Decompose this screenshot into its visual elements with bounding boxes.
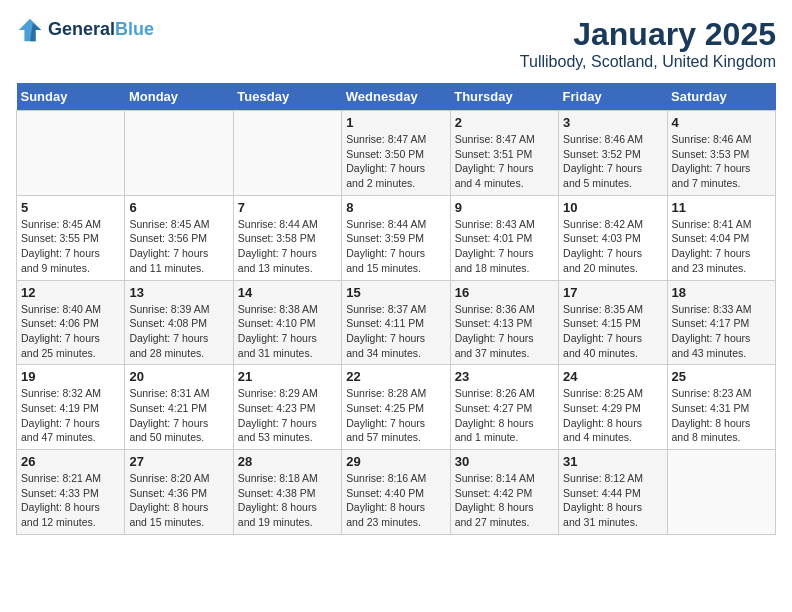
day-number: 3 <box>563 115 662 130</box>
day-number: 16 <box>455 285 554 300</box>
calendar-cell: 14Sunrise: 8:38 AMSunset: 4:10 PMDayligh… <box>233 280 341 365</box>
day-number: 27 <box>129 454 228 469</box>
day-number: 6 <box>129 200 228 215</box>
calendar-cell: 26Sunrise: 8:21 AMSunset: 4:33 PMDayligh… <box>17 450 125 535</box>
day-info: Sunrise: 8:21 AMSunset: 4:33 PMDaylight:… <box>21 471 120 530</box>
day-info: Sunrise: 8:46 AMSunset: 3:53 PMDaylight:… <box>672 132 771 191</box>
header-day-sunday: Sunday <box>17 83 125 111</box>
day-number: 11 <box>672 200 771 215</box>
calendar-table: SundayMondayTuesdayWednesdayThursdayFrid… <box>16 83 776 535</box>
calendar-cell: 29Sunrise: 8:16 AMSunset: 4:40 PMDayligh… <box>342 450 450 535</box>
day-info: Sunrise: 8:28 AMSunset: 4:25 PMDaylight:… <box>346 386 445 445</box>
day-info: Sunrise: 8:45 AMSunset: 3:56 PMDaylight:… <box>129 217 228 276</box>
day-number: 29 <box>346 454 445 469</box>
day-info: Sunrise: 8:40 AMSunset: 4:06 PMDaylight:… <box>21 302 120 361</box>
day-number: 14 <box>238 285 337 300</box>
calendar-subtitle: Tullibody, Scotland, United Kingdom <box>520 53 776 71</box>
calendar-cell: 18Sunrise: 8:33 AMSunset: 4:17 PMDayligh… <box>667 280 775 365</box>
calendar-cell: 28Sunrise: 8:18 AMSunset: 4:38 PMDayligh… <box>233 450 341 535</box>
day-info: Sunrise: 8:38 AMSunset: 4:10 PMDaylight:… <box>238 302 337 361</box>
calendar-week-1: 1Sunrise: 8:47 AMSunset: 3:50 PMDaylight… <box>17 111 776 196</box>
day-info: Sunrise: 8:44 AMSunset: 3:59 PMDaylight:… <box>346 217 445 276</box>
day-number: 28 <box>238 454 337 469</box>
day-info: Sunrise: 8:37 AMSunset: 4:11 PMDaylight:… <box>346 302 445 361</box>
header-day-monday: Monday <box>125 83 233 111</box>
calendar-cell: 17Sunrise: 8:35 AMSunset: 4:15 PMDayligh… <box>559 280 667 365</box>
logo-text: GeneralBlue <box>48 20 154 40</box>
calendar-cell: 11Sunrise: 8:41 AMSunset: 4:04 PMDayligh… <box>667 195 775 280</box>
day-info: Sunrise: 8:44 AMSunset: 3:58 PMDaylight:… <box>238 217 337 276</box>
day-info: Sunrise: 8:39 AMSunset: 4:08 PMDaylight:… <box>129 302 228 361</box>
calendar-cell: 8Sunrise: 8:44 AMSunset: 3:59 PMDaylight… <box>342 195 450 280</box>
calendar-cell: 10Sunrise: 8:42 AMSunset: 4:03 PMDayligh… <box>559 195 667 280</box>
calendar-week-4: 19Sunrise: 8:32 AMSunset: 4:19 PMDayligh… <box>17 365 776 450</box>
day-number: 5 <box>21 200 120 215</box>
calendar-cell: 16Sunrise: 8:36 AMSunset: 4:13 PMDayligh… <box>450 280 558 365</box>
day-number: 21 <box>238 369 337 384</box>
calendar-cell: 20Sunrise: 8:31 AMSunset: 4:21 PMDayligh… <box>125 365 233 450</box>
calendar-cell: 15Sunrise: 8:37 AMSunset: 4:11 PMDayligh… <box>342 280 450 365</box>
calendar-title: January 2025 <box>520 16 776 53</box>
day-info: Sunrise: 8:47 AMSunset: 3:51 PMDaylight:… <box>455 132 554 191</box>
calendar-cell: 31Sunrise: 8:12 AMSunset: 4:44 PMDayligh… <box>559 450 667 535</box>
day-info: Sunrise: 8:12 AMSunset: 4:44 PMDaylight:… <box>563 471 662 530</box>
calendar-cell: 25Sunrise: 8:23 AMSunset: 4:31 PMDayligh… <box>667 365 775 450</box>
header-day-friday: Friday <box>559 83 667 111</box>
calendar-cell: 27Sunrise: 8:20 AMSunset: 4:36 PMDayligh… <box>125 450 233 535</box>
day-info: Sunrise: 8:45 AMSunset: 3:55 PMDaylight:… <box>21 217 120 276</box>
day-info: Sunrise: 8:35 AMSunset: 4:15 PMDaylight:… <box>563 302 662 361</box>
header-day-tuesday: Tuesday <box>233 83 341 111</box>
day-number: 2 <box>455 115 554 130</box>
day-number: 19 <box>21 369 120 384</box>
calendar-cell <box>17 111 125 196</box>
day-number: 8 <box>346 200 445 215</box>
day-number: 24 <box>563 369 662 384</box>
day-info: Sunrise: 8:20 AMSunset: 4:36 PMDaylight:… <box>129 471 228 530</box>
header-day-thursday: Thursday <box>450 83 558 111</box>
day-info: Sunrise: 8:31 AMSunset: 4:21 PMDaylight:… <box>129 386 228 445</box>
day-info: Sunrise: 8:25 AMSunset: 4:29 PMDaylight:… <box>563 386 662 445</box>
day-number: 23 <box>455 369 554 384</box>
day-number: 25 <box>672 369 771 384</box>
calendar-cell: 4Sunrise: 8:46 AMSunset: 3:53 PMDaylight… <box>667 111 775 196</box>
calendar-header-row: SundayMondayTuesdayWednesdayThursdayFrid… <box>17 83 776 111</box>
day-number: 22 <box>346 369 445 384</box>
day-number: 31 <box>563 454 662 469</box>
calendar-cell: 21Sunrise: 8:29 AMSunset: 4:23 PMDayligh… <box>233 365 341 450</box>
day-info: Sunrise: 8:32 AMSunset: 4:19 PMDaylight:… <box>21 386 120 445</box>
day-info: Sunrise: 8:36 AMSunset: 4:13 PMDaylight:… <box>455 302 554 361</box>
calendar-cell: 9Sunrise: 8:43 AMSunset: 4:01 PMDaylight… <box>450 195 558 280</box>
logo: GeneralBlue <box>16 16 154 44</box>
calendar-cell: 7Sunrise: 8:44 AMSunset: 3:58 PMDaylight… <box>233 195 341 280</box>
calendar-cell <box>233 111 341 196</box>
day-info: Sunrise: 8:16 AMSunset: 4:40 PMDaylight:… <box>346 471 445 530</box>
calendar-cell <box>125 111 233 196</box>
calendar-cell <box>667 450 775 535</box>
calendar-cell: 13Sunrise: 8:39 AMSunset: 4:08 PMDayligh… <box>125 280 233 365</box>
header-day-wednesday: Wednesday <box>342 83 450 111</box>
day-info: Sunrise: 8:14 AMSunset: 4:42 PMDaylight:… <box>455 471 554 530</box>
day-number: 7 <box>238 200 337 215</box>
calendar-week-5: 26Sunrise: 8:21 AMSunset: 4:33 PMDayligh… <box>17 450 776 535</box>
day-number: 17 <box>563 285 662 300</box>
day-number: 30 <box>455 454 554 469</box>
day-info: Sunrise: 8:47 AMSunset: 3:50 PMDaylight:… <box>346 132 445 191</box>
calendar-cell: 23Sunrise: 8:26 AMSunset: 4:27 PMDayligh… <box>450 365 558 450</box>
calendar-cell: 1Sunrise: 8:47 AMSunset: 3:50 PMDaylight… <box>342 111 450 196</box>
day-info: Sunrise: 8:23 AMSunset: 4:31 PMDaylight:… <box>672 386 771 445</box>
day-number: 4 <box>672 115 771 130</box>
day-number: 12 <box>21 285 120 300</box>
day-info: Sunrise: 8:43 AMSunset: 4:01 PMDaylight:… <box>455 217 554 276</box>
day-number: 13 <box>129 285 228 300</box>
day-info: Sunrise: 8:42 AMSunset: 4:03 PMDaylight:… <box>563 217 662 276</box>
calendar-cell: 22Sunrise: 8:28 AMSunset: 4:25 PMDayligh… <box>342 365 450 450</box>
day-number: 10 <box>563 200 662 215</box>
day-number: 18 <box>672 285 771 300</box>
day-info: Sunrise: 8:18 AMSunset: 4:38 PMDaylight:… <box>238 471 337 530</box>
calendar-cell: 5Sunrise: 8:45 AMSunset: 3:55 PMDaylight… <box>17 195 125 280</box>
day-info: Sunrise: 8:26 AMSunset: 4:27 PMDaylight:… <box>455 386 554 445</box>
calendar-cell: 6Sunrise: 8:45 AMSunset: 3:56 PMDaylight… <box>125 195 233 280</box>
calendar-cell: 12Sunrise: 8:40 AMSunset: 4:06 PMDayligh… <box>17 280 125 365</box>
day-number: 15 <box>346 285 445 300</box>
day-info: Sunrise: 8:33 AMSunset: 4:17 PMDaylight:… <box>672 302 771 361</box>
